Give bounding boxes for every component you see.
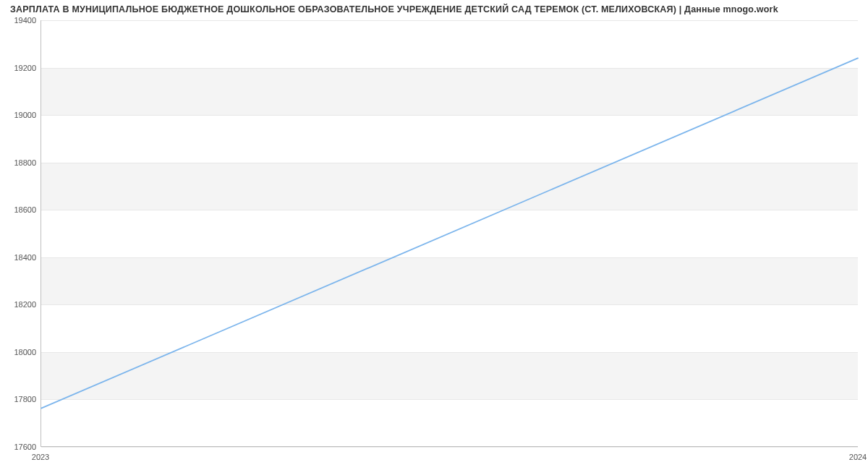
y-tick-label: 19200: [4, 64, 36, 72]
series-polyline: [41, 58, 858, 408]
x-tick-label: 2024: [849, 453, 867, 461]
y-tick-label: 17800: [4, 395, 36, 403]
y-tick-label: 17600: [4, 443, 36, 451]
y-tick-label: 19400: [4, 16, 36, 25]
plot-area: [41, 20, 858, 447]
salary-line-chart: ЗАРПЛАТА В МУНИЦИПАЛЬНОЕ БЮДЖЕТНОЕ ДОШКО…: [0, 0, 868, 470]
y-tick-label: 19000: [4, 111, 36, 119]
chart-title: ЗАРПЛАТА В МУНИЦИПАЛЬНОЕ БЮДЖЕТНОЕ ДОШКО…: [10, 4, 778, 14]
y-tick-label: 18000: [4, 348, 36, 356]
y-tick-label: 18200: [4, 300, 36, 309]
y-tick-label: 18800: [4, 158, 36, 167]
y-tick-label: 18600: [4, 205, 36, 214]
x-tick-label: 2023: [32, 453, 49, 461]
y-tick-label: 18400: [4, 253, 36, 262]
line-series: [41, 20, 858, 446]
y-gridline: [41, 447, 858, 448]
